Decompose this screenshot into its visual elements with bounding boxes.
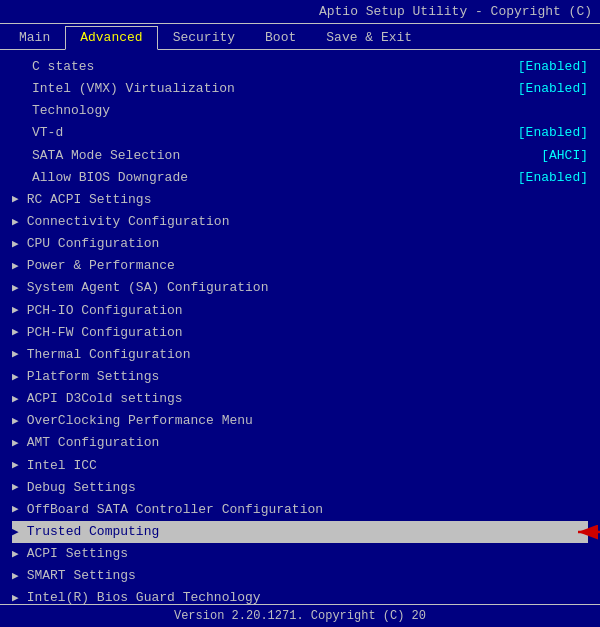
menu-item-text-19: Debug Settings — [27, 478, 136, 498]
menu-item-text-10: System Agent (SA) Configuration — [27, 278, 269, 298]
menu-value-0: [Enabled] — [518, 57, 588, 77]
menu-label-2: Technology — [12, 101, 110, 121]
menu-label-3: VT-d — [12, 123, 63, 143]
submenu-arrow-23: ▶ — [12, 568, 19, 585]
menu-item-24[interactable]: ▶Intel(R) Bios Guard Technology — [12, 587, 588, 604]
menu-label-16: ▶OverClocking Performance Menu — [12, 411, 253, 431]
nav-tab-advanced[interactable]: Advanced — [65, 26, 157, 50]
menu-label-18: ▶Intel ICC — [12, 456, 97, 476]
menu-item-4[interactable]: SATA Mode Selection[AHCI] — [12, 145, 588, 167]
menu-item-11[interactable]: ▶PCH-IO Configuration — [12, 300, 588, 322]
menu-item-text-6: RC ACPI Settings — [27, 190, 152, 210]
menu-item-6[interactable]: ▶RC ACPI Settings — [12, 189, 588, 211]
submenu-arrow-11: ▶ — [12, 302, 19, 319]
menu-value-3: [Enabled] — [518, 123, 588, 143]
menu-label-12: ▶PCH-FW Configuration — [12, 323, 183, 343]
submenu-arrow-12: ▶ — [12, 324, 19, 341]
menu-item-0[interactable]: C states[Enabled] — [12, 56, 588, 78]
footer-text: Version 2.20.1271. Copyright (C) 20 — [174, 609, 426, 623]
menu-item-text-8: CPU Configuration — [27, 234, 160, 254]
menu-item-16[interactable]: ▶OverClocking Performance Menu — [12, 410, 588, 432]
nav-tab-security[interactable]: Security — [158, 26, 250, 49]
submenu-arrow-22: ▶ — [12, 546, 19, 563]
nav-tabs[interactable]: MainAdvancedSecurityBootSave & Exit — [0, 24, 600, 50]
menu-item-text-3: VT-d — [32, 123, 63, 143]
menu-label-14: ▶Platform Settings — [12, 367, 159, 387]
menu-item-text-9: Power & Performance — [27, 256, 175, 276]
menu-item-9[interactable]: ▶Power & Performance — [12, 255, 588, 277]
menu-item-text-13: Thermal Configuration — [27, 345, 191, 365]
menu-item-22[interactable]: ▶ACPI Settings — [12, 543, 588, 565]
submenu-arrow-19: ▶ — [12, 479, 19, 496]
submenu-arrow-18: ▶ — [12, 457, 19, 474]
submenu-arrow-6: ▶ — [12, 191, 19, 208]
menu-label-23: ▶SMART Settings — [12, 566, 136, 586]
menu-item-19[interactable]: ▶Debug Settings — [12, 477, 588, 499]
menu-label-11: ▶PCH-IO Configuration — [12, 301, 183, 321]
menu-item-12[interactable]: ▶PCH-FW Configuration — [12, 322, 588, 344]
menu-item-7[interactable]: ▶Connectivity Configuration — [12, 211, 588, 233]
menu-item-2[interactable]: Technology — [12, 100, 588, 122]
nav-tab-save_exit[interactable]: Save & Exit — [311, 26, 427, 49]
title-text: Aptio Setup Utility - Copyright (C) — [319, 4, 592, 19]
menu-item-3[interactable]: VT-d[Enabled] — [12, 122, 588, 144]
menu-item-text-18: Intel ICC — [27, 456, 97, 476]
submenu-arrow-17: ▶ — [12, 435, 19, 452]
submenu-arrow-7: ▶ — [12, 214, 19, 231]
bios-screen: Aptio Setup Utility - Copyright (C) Main… — [0, 0, 600, 627]
menu-label-7: ▶Connectivity Configuration — [12, 212, 229, 232]
menu-label-20: ▶OffBoard SATA Controller Configuration — [12, 500, 323, 520]
menu-item-text-24: Intel(R) Bios Guard Technology — [27, 588, 261, 604]
menu-item-8[interactable]: ▶CPU Configuration — [12, 233, 588, 255]
menu-item-23[interactable]: ▶SMART Settings — [12, 565, 588, 587]
menu-item-text-15: ACPI D3Cold settings — [27, 389, 183, 409]
footer: Version 2.20.1271. Copyright (C) 20 — [0, 604, 600, 627]
menu-label-22: ▶ACPI Settings — [12, 544, 128, 564]
menu-item-5[interactable]: Allow BIOS Downgrade[Enabled] — [12, 167, 588, 189]
menu-item-text-1: Intel (VMX) Virtualization — [32, 79, 235, 99]
menu-item-20[interactable]: ▶OffBoard SATA Controller Configuration — [12, 499, 588, 521]
submenu-arrow-21: ▶ — [12, 524, 19, 541]
menu-label-5: Allow BIOS Downgrade — [12, 168, 188, 188]
menu-label-9: ▶Power & Performance — [12, 256, 175, 276]
nav-tab-boot[interactable]: Boot — [250, 26, 311, 49]
menu-item-text-0: C states — [32, 57, 94, 77]
menu-item-text-22: ACPI Settings — [27, 544, 128, 564]
menu-value-5: [Enabled] — [518, 168, 588, 188]
menu-item-text-2: Technology — [32, 101, 110, 121]
menu-label-6: ▶RC ACPI Settings — [12, 190, 151, 210]
submenu-arrow-20: ▶ — [12, 501, 19, 518]
menu-label-15: ▶ACPI D3Cold settings — [12, 389, 183, 409]
menu-item-13[interactable]: ▶Thermal Configuration — [12, 344, 588, 366]
menu-label-21: ▶Trusted Computing — [12, 522, 159, 542]
menu-item-text-11: PCH-IO Configuration — [27, 301, 183, 321]
menu-label-1: Intel (VMX) Virtualization — [12, 79, 235, 99]
menu-item-text-20: OffBoard SATA Controller Configuration — [27, 500, 323, 520]
submenu-arrow-16: ▶ — [12, 413, 19, 430]
menu-item-text-12: PCH-FW Configuration — [27, 323, 183, 343]
menu-label-4: SATA Mode Selection — [12, 146, 180, 166]
menu-item-text-5: Allow BIOS Downgrade — [32, 168, 188, 188]
menu-item-1[interactable]: Intel (VMX) Virtualization[Enabled] — [12, 78, 588, 100]
submenu-arrow-8: ▶ — [12, 236, 19, 253]
submenu-arrow-9: ▶ — [12, 258, 19, 275]
menu-item-10[interactable]: ▶System Agent (SA) Configuration — [12, 277, 588, 299]
menu-item-text-14: Platform Settings — [27, 367, 160, 387]
menu-item-17[interactable]: ▶AMT Configuration — [12, 432, 588, 454]
menu-label-13: ▶Thermal Configuration — [12, 345, 190, 365]
menu-item-text-16: OverClocking Performance Menu — [27, 411, 253, 431]
submenu-arrow-10: ▶ — [12, 280, 19, 297]
menu-item-text-17: AMT Configuration — [27, 433, 160, 453]
menu-item-18[interactable]: ▶Intel ICC — [12, 455, 588, 477]
nav-tab-main[interactable]: Main — [4, 26, 65, 49]
submenu-arrow-15: ▶ — [12, 391, 19, 408]
menu-item-15[interactable]: ▶ACPI D3Cold settings — [12, 388, 588, 410]
menu-label-8: ▶CPU Configuration — [12, 234, 159, 254]
title-bar: Aptio Setup Utility - Copyright (C) — [0, 0, 600, 24]
menu-item-text-7: Connectivity Configuration — [27, 212, 230, 232]
menu-item-14[interactable]: ▶Platform Settings — [12, 366, 588, 388]
submenu-arrow-13: ▶ — [12, 346, 19, 363]
menu-item-21[interactable]: ▶Trusted Computing — [12, 521, 588, 543]
submenu-arrow-24: ▶ — [12, 590, 19, 604]
menu-value-4: [AHCI] — [541, 146, 588, 166]
